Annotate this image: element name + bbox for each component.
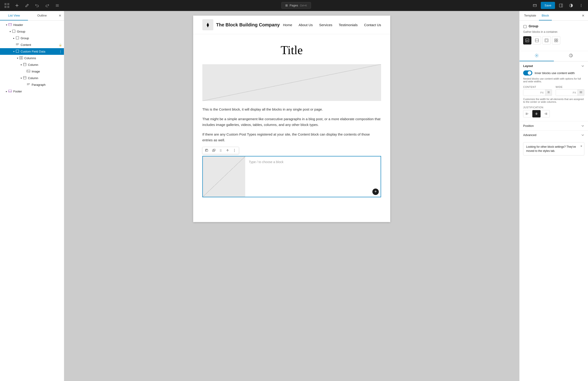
tree-item-columns[interactable]: ▾ Columns [0,55,64,62]
layout-icon-constrain[interactable] [542,36,551,45]
group-panel-icon [523,25,527,28]
tree-item-group[interactable]: ▾ Group [0,28,64,35]
left-panel-close[interactable]: × [56,11,64,20]
content-width-input[interactable] [523,90,539,96]
justify-left-button[interactable] [523,110,531,117]
wide-width-input[interactable] [556,90,571,96]
canvas-area: ⧫ The Block Building Company Home About … [64,11,519,381]
nav-services[interactable]: Services [319,23,333,27]
new-block-area[interactable]: Type / to choose a block + [202,156,381,197]
tree-item-footer[interactable]: ▸ Footer [0,88,64,95]
duplicate-block-button[interactable] [211,148,217,153]
svg-rect-13 [16,37,19,39]
wide-unit-label: PX [571,91,577,94]
rp-settings-tabs [520,51,588,62]
more-options-button[interactable] [577,1,585,10]
chevron-columns-icon: ▾ [16,57,19,59]
wide-width-input-row: PX [556,89,585,96]
custom-field-block-icon [16,49,19,54]
add-new-block-button[interactable]: + [372,189,379,195]
paragraph-block-icon [27,83,30,87]
layout-section-header[interactable]: Layout [520,62,588,70]
svg-point-31 [234,149,235,149]
content-width-label: CONTENT [523,86,552,88]
notification-close-button[interactable]: × [580,144,582,148]
tree-item-header[interactable]: ▾ Header [0,22,64,28]
justify-right-button[interactable] [542,110,550,117]
pages-button[interactable]: ⊞ Pages Ctrl+K [281,2,311,9]
svg-rect-45 [526,113,526,115]
tree-item-paragraph[interactable]: Paragraph [0,81,64,88]
tree-item-column2[interactable]: ▾ Column [0,75,64,81]
column2-label: Column [28,76,62,80]
svg-rect-22 [206,150,208,151]
nav-about[interactable]: About Us [299,23,313,27]
svg-rect-1 [5,3,7,5]
content-width-toggle[interactable] [523,70,532,75]
layout-icon-wrap[interactable] [523,36,531,45]
svg-point-26 [221,149,221,150]
wide-width-align-button[interactable] [577,90,584,96]
move-up-button[interactable] [225,148,231,153]
tree-item-image[interactable]: Image [0,68,64,75]
content-image-placeholder [202,64,381,101]
advanced-chevron-icon [581,134,584,137]
layout-icon-grid[interactable] [552,36,560,45]
rp-tab-style[interactable] [554,51,588,61]
nav-contact[interactable]: Contact Us [364,23,381,27]
position-chevron-icon [581,124,584,128]
drag-block-button[interactable] [218,148,224,153]
edit-button[interactable] [23,1,31,10]
tree-item-group2[interactable]: ▸ Group [0,35,64,42]
tab-template[interactable]: Template [521,11,539,21]
svg-rect-38 [546,40,547,41]
content-paragraph-3[interactable]: If there are any Custom Post Types regis… [202,132,381,143]
width-description: Customize the width for all elements tha… [523,98,584,103]
list-view-button[interactable] [53,1,62,10]
page-title: Title [202,43,381,57]
svg-rect-34 [524,25,526,28]
position-section-header[interactable]: Position [520,121,588,130]
footer-block-icon [8,89,12,94]
add-block-button[interactable] [13,1,21,10]
columns-label: Columns [24,56,62,60]
tree-item-content[interactable]: Content 🔒 [0,42,64,48]
advanced-section-header[interactable]: Advanced [520,130,588,139]
new-block-content-area[interactable]: Type / to choose a block [245,157,381,197]
tab-block[interactable]: Block [539,11,552,21]
copy-block-button[interactable] [204,148,210,153]
inspector-button[interactable] [557,1,565,10]
content-paragraph-1[interactable]: This is the Content block, it will displ… [202,106,381,112]
chevron-group-icon: ▾ [8,30,12,33]
tab-list-view[interactable]: List View [0,11,28,21]
svg-rect-39 [555,39,556,40]
tree-item-custom-field-data[interactable]: ▾ Custom Field Data ⋮ [0,48,64,55]
new-block-image-placeholder [203,157,245,197]
topbar-right: Save [528,1,588,10]
tab-outline[interactable]: Outline [28,11,56,21]
justify-center-button[interactable] [532,110,541,117]
more-block-options-button[interactable] [231,148,237,153]
topbar-center: ⊞ Pages Ctrl+K [64,2,528,9]
more-options-icon[interactable]: ⋮ [59,50,62,53]
pages-icon: ⊞ [285,4,288,7]
undo-button[interactable] [33,1,41,10]
content-width-align-button[interactable] [545,90,552,96]
svg-rect-2 [7,3,9,5]
tree-item-column1[interactable]: ▾ Column [0,62,64,68]
nav-testimonials[interactable]: Testimonials [339,23,358,27]
app-logo[interactable] [3,1,11,10]
group2-label: Group [21,37,62,40]
nav-home[interactable]: Home [283,23,292,27]
redo-button[interactable] [43,1,51,10]
svg-rect-17 [23,63,26,66]
rp-tab-settings[interactable] [520,51,554,61]
save-button[interactable]: Save [541,2,555,9]
group2-block-icon [16,36,19,40]
preview-button[interactable] [531,1,539,10]
right-panel-close[interactable]: × [580,11,586,20]
style-button[interactable] [567,1,575,10]
content-paragraph-2[interactable]: That might be a simple arrangement like … [202,116,381,128]
layout-icon-row[interactable] [533,36,541,45]
svg-rect-42 [556,41,558,42]
